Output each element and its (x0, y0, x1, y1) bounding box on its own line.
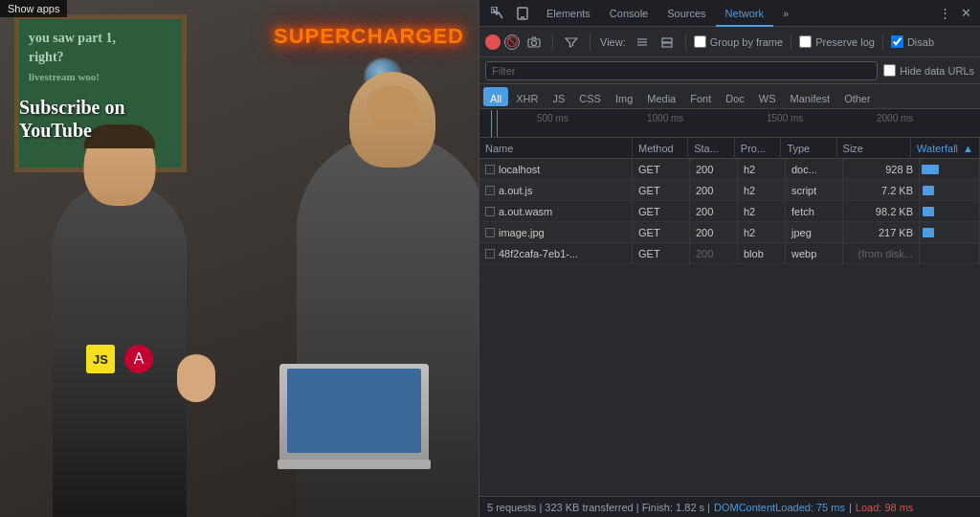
type-tab-img[interactable]: Img (609, 87, 639, 106)
type-tab-css[interactable]: CSS (572, 87, 608, 106)
td-status-aoutjs: 200 (690, 180, 738, 201)
inspect-icon[interactable] (487, 3, 508, 24)
sort-arrow-icon: ▲ (963, 143, 973, 154)
table-row[interactable]: image.jpg GET 200 h2 jpeg 217 KB (479, 222, 980, 243)
type-tab-js[interactable]: JS (546, 87, 571, 106)
network-toolbar: 🚫 View: Group by frame (479, 27, 980, 57)
group-by-frame-checkbox[interactable] (694, 35, 706, 48)
chalkboard-text: you saw part 1,right? livestream woo! (19, 19, 182, 95)
chalkboard-subtext: livestream woo! (29, 70, 172, 84)
td-method-aoutjs: GET (633, 180, 690, 201)
tab-more[interactable]: » (773, 0, 798, 27)
tab-sources[interactable]: Sources (657, 0, 715, 27)
td-waterfall-blob (920, 243, 980, 264)
hide-data-urls-checkbox[interactable] (883, 64, 896, 77)
td-status-localhost: 200 (690, 159, 738, 180)
devtools-panel: Elements Console Sources Network » ⋮ ✕ 🚫… (479, 0, 980, 517)
disable-cache-checkbox[interactable] (891, 35, 903, 48)
status-bar: 5 requests | 323 KB transferred | Finish… (479, 496, 980, 517)
hide-data-urls-label[interactable]: Hide data URLs (883, 64, 974, 77)
td-name-blob: 48f2cafa-7eb1-... (479, 243, 633, 264)
view-list-icon[interactable] (632, 32, 653, 53)
timeline-mark-2000: 2000 ms (877, 113, 913, 124)
row-checkbox (485, 186, 495, 195)
td-size-imagejpg: 217 KB (843, 222, 920, 243)
td-status-imagejpg: 200 (690, 222, 738, 243)
type-tab-xhr[interactable]: XHR (509, 87, 545, 106)
group-by-frame-label[interactable]: Group by frame (694, 35, 783, 48)
devtools-close-button[interactable]: ✕ (955, 3, 976, 24)
js-badge: JS (86, 345, 115, 373)
td-status-blob: 200 (690, 243, 738, 264)
network-requests-table[interactable]: Name Method Sta... Pro... Type Size Wate… (479, 138, 980, 496)
td-name-imagejpg: image.jpg (479, 222, 633, 243)
filter-icon[interactable] (561, 32, 582, 53)
clear-button[interactable]: 🚫 (504, 34, 520, 50)
devtools-more-button[interactable]: ⋮ (934, 3, 955, 24)
type-tab-other[interactable]: Other (837, 87, 878, 106)
type-tab-manifest[interactable]: Manifest (784, 87, 837, 106)
td-size-aoutwasm: 98.2 KB (843, 201, 920, 222)
device-icon[interactable] (512, 3, 533, 24)
th-type[interactable]: Type (781, 138, 836, 159)
th-name[interactable]: Name (479, 138, 633, 159)
type-tab-all[interactable]: All (483, 87, 508, 106)
waterfall-bar (923, 186, 934, 195)
td-waterfall-aoutjs (920, 180, 980, 201)
th-method[interactable]: Method (633, 138, 688, 159)
type-tab-ws[interactable]: WS (752, 87, 783, 106)
table-row[interactable]: localhost GET 200 h2 doc... 928 B (479, 159, 980, 180)
video-area: you saw part 1,right? livestream woo! SU… (0, 0, 479, 517)
td-status-aoutwasm: 200 (690, 201, 738, 222)
td-proto-blob: blob (738, 243, 786, 264)
group-by-frame-text: Group by frame (710, 36, 783, 48)
toolbar-separator-3 (685, 34, 686, 51)
load-time-text: Load: 98 ms (856, 502, 914, 513)
th-protocol[interactable]: Pro... (735, 138, 782, 159)
laptop-base (278, 460, 431, 469)
waterfall-bar (922, 165, 939, 174)
td-name-localhost: localhost (479, 159, 633, 180)
tab-console[interactable]: Console (600, 0, 657, 27)
hide-data-urls-text: Hide data URLs (900, 65, 974, 77)
svg-point-4 (532, 40, 537, 45)
table-row[interactable]: 48f2cafa-7eb1-... GET 200 blob webp (fro… (479, 243, 980, 264)
td-size-localhost: 928 B (843, 159, 920, 180)
svg-rect-9 (662, 43, 672, 47)
show-apps-label: Show apps (8, 3, 59, 14)
filter-input[interactable] (485, 61, 878, 80)
timeline-mark-1500: 1500 ms (767, 113, 803, 124)
th-status[interactable]: Sta... (688, 138, 735, 159)
camera-icon[interactable] (523, 32, 545, 53)
show-apps-button[interactable]: Show apps (0, 0, 67, 17)
td-size-blob: (from disk... (843, 243, 920, 264)
type-tab-font[interactable]: Font (683, 87, 718, 106)
toolbar-separator-4 (791, 34, 791, 51)
row-checkbox (485, 207, 495, 216)
td-type-localhost: doc... (786, 159, 843, 180)
td-type-aoutwasm: fetch (786, 201, 843, 222)
svg-rect-8 (662, 38, 672, 42)
td-proto-localhost: h2 (738, 159, 786, 180)
td-name-aoutwasm: a.out.wasm (479, 201, 633, 222)
disable-cache-label[interactable]: Disab (891, 35, 934, 48)
tab-elements[interactable]: Elements (537, 0, 600, 27)
toolbar-separator-2 (590, 34, 590, 51)
preserve-log-checkbox[interactable] (799, 35, 812, 48)
th-waterfall[interactable]: Waterfall ▲ (911, 138, 980, 159)
tab-network[interactable]: Network (716, 0, 773, 27)
th-size[interactable]: Size (837, 138, 911, 159)
table-row[interactable]: a.out.js GET 200 h2 script 7.2 KB (479, 180, 980, 201)
preserve-log-label[interactable]: Preserve log (799, 35, 875, 48)
view-compact-icon[interactable] (657, 32, 678, 53)
row-checkbox (485, 249, 495, 258)
type-tab-media[interactable]: Media (640, 87, 682, 106)
table-row[interactable]: a.out.wasm GET 200 h2 fetch 98.2 KB (479, 201, 980, 222)
row-checkbox (485, 165, 495, 174)
row-checkbox (485, 228, 495, 237)
table-header-row: Name Method Sta... Pro... Type Size Wate… (479, 138, 980, 159)
person-left-body (53, 182, 187, 517)
td-proto-aoutwasm: h2 (738, 201, 786, 222)
record-button[interactable] (485, 34, 501, 50)
type-tab-doc[interactable]: Doc (719, 87, 751, 106)
